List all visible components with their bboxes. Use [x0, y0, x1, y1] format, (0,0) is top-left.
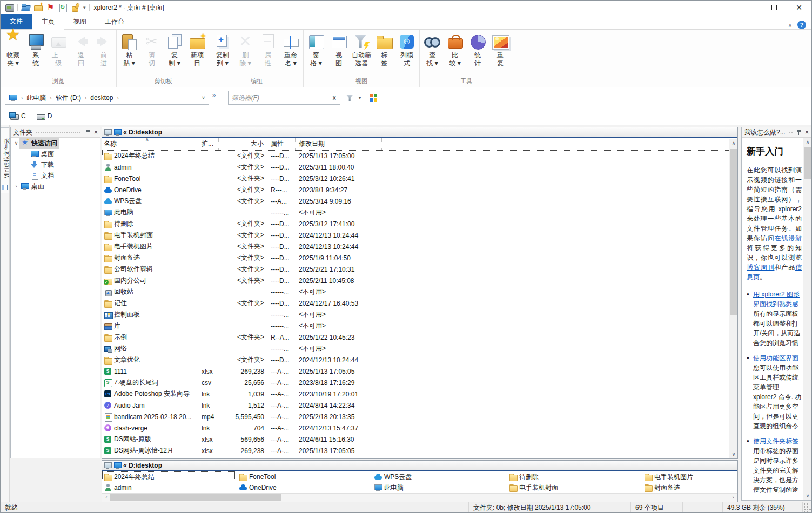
compare-button[interactable]: 比较 ▾ — [444, 30, 466, 76]
statistics-button[interactable]: 统计 — [466, 30, 489, 76]
auto-filter-button[interactable]: 自动筛选器 — [350, 30, 373, 76]
thumbs-up-icon[interactable] — [71, 3, 80, 12]
close-icon[interactable]: × — [94, 129, 98, 136]
tree-item-download[interactable]: 下载 — [11, 159, 100, 170]
table-row[interactable]: DS网站-周冰怡-12月xlsx269,238---A-...2025/1/13… — [102, 445, 737, 456]
drive-tab-c[interactable]: C — [7, 111, 28, 122]
filter-clear-icon[interactable]: x — [329, 94, 340, 102]
up-level-button[interactable]: 上一级 — [47, 30, 70, 76]
breadcrumb-item[interactable]: 此电脑 — [26, 93, 46, 103]
table-row[interactable]: 电手装机图片<文件夹>----D...2024/12/13 10:24:44 — [102, 241, 737, 252]
scrollbar-thumb[interactable] — [110, 494, 281, 501]
open-folder-icon[interactable] — [21, 3, 30, 12]
table-row[interactable]: 1111xlsx269,238---A-...2025/1/13 17:05:0… — [102, 366, 737, 377]
help-link[interactable]: 博客周刊 — [747, 264, 774, 271]
filter-box[interactable]: x — [228, 91, 340, 105]
drive-tab-d[interactable]: D — [33, 111, 55, 122]
flag-icon[interactable]: ⚑ — [46, 3, 55, 12]
delete-button[interactable]: 删除 ▾ — [234, 30, 257, 76]
table-row[interactable]: 2024年终总结<文件夹>----D...2025/1/13 17:05:00 — [102, 150, 737, 161]
scroll-up-icon[interactable]: ∧ — [803, 138, 812, 146]
breadcrumb-overflow-icon[interactable]: » — [212, 91, 216, 99]
column-header-ext[interactable]: 扩... — [198, 138, 219, 150]
list-item[interactable]: admin — [102, 482, 237, 493]
table-row[interactable]: clash-vergelnk704---A-...2024/12/13 15:4… — [102, 422, 737, 434]
breadcrumb[interactable]: ›此电脑›软件 (D:)›desktop› ∨ — [5, 91, 209, 105]
resize-grip[interactable] — [803, 502, 811, 513]
table-row[interactable]: 封面备选<文件夹>----D...2025/1/9 11:04:50 — [102, 252, 737, 264]
ribbon-tab-3[interactable]: 视图 — [64, 15, 96, 29]
main-pane-tab[interactable]: « D:\desktop — [123, 129, 162, 136]
qat-dropdown-icon[interactable]: ▾ — [83, 5, 86, 10]
table-row[interactable]: 控制面板------...<不可用> — [102, 309, 737, 320]
list-item[interactable]: 此电脑 — [372, 482, 507, 493]
list-item[interactable]: WPS云盘 — [372, 471, 507, 482]
table-row[interactable]: FoneTool<文件夹>----D...2025/3/12 10:26:41 — [102, 173, 737, 184]
rename-button[interactable]: 重命名 ▾ — [279, 30, 302, 76]
breadcrumb-item[interactable]: desktop — [90, 94, 113, 102]
filter-input[interactable] — [229, 94, 329, 102]
table-row[interactable]: 公司软件剪辑<文件夹>----D...2025/2/21 17:10:31 — [102, 264, 737, 275]
help-link[interactable]: 使用文件夹标签 — [753, 436, 802, 446]
scroll-up-icon[interactable]: ∧ — [729, 139, 738, 147]
close-button[interactable]: ✕ — [787, 1, 811, 15]
breadcrumb-item[interactable]: 软件 (D:) — [56, 93, 81, 103]
cut-button[interactable]: 剪切 — [140, 30, 163, 76]
table-row[interactable]: OneDrive<文件夹>R---...2023/8/1 9:34:27 — [102, 184, 737, 195]
back-button[interactable]: 返回 — [70, 30, 92, 76]
ribbon-tab-4[interactable]: 工作台 — [96, 15, 133, 29]
table-row[interactable]: WPS云盘<文件夹>---A...2025/3/14 9:09:16 — [102, 195, 737, 207]
table-row[interactable]: 国内分公司<文件夹>----D...2025/2/11 10:45:08 — [102, 275, 737, 286]
scroll-down-icon[interactable]: ∨ — [803, 491, 812, 500]
find-button[interactable]: 查找 ▾ — [421, 30, 444, 76]
panes-button[interactable]: 窗格 ▾ — [305, 30, 327, 76]
table-row[interactable]: 待删除<文件夹>----D...2025/3/12 17:41:00 — [102, 218, 737, 230]
paste-button[interactable]: 粘贴 ▾ — [118, 30, 140, 76]
refresh-icon[interactable] — [58, 3, 68, 12]
table-row[interactable]: 示例<文件夹>R--A...2025/1/22 10:45:23 — [102, 332, 737, 343]
table-row[interactable]: Audio Jamlnk1,512---A-...2024/8/14 14:22… — [102, 400, 737, 411]
table-row[interactable]: bandicam 2025-02-18 20...mp45,595,450---… — [102, 411, 737, 422]
help-link[interactable]: 在线漫游 — [774, 234, 802, 242]
breadcrumb-dropdown-icon[interactable]: ∨ — [198, 91, 209, 104]
tree-item-document[interactable]: 文档 — [11, 170, 100, 181]
list-item[interactable]: 待删除 — [507, 471, 642, 482]
table-row[interactable]: 记住<文件夹>----D...2024/12/17 16:40:53 — [102, 298, 737, 309]
table-row[interactable]: 回收站------...<不可用> — [102, 286, 737, 298]
duplicates-button[interactable]: 重复 — [489, 30, 512, 76]
minimize-button[interactable] — [737, 1, 762, 15]
drag-grip[interactable] — [36, 131, 82, 134]
scrollbar-thumb[interactable] — [804, 147, 811, 179]
vertical-scrollbar[interactable]: ∧ ∨ — [729, 139, 737, 458]
color-grid-icon[interactable] — [370, 94, 377, 102]
column-header-attr[interactable]: 属性 — [267, 138, 296, 150]
close-icon[interactable]: × — [805, 129, 809, 136]
help-link[interactable]: 用 xplorer2 图形界面找到熟悉感 — [753, 289, 802, 309]
ribbon-tab-2[interactable]: 主页 — [32, 15, 64, 30]
funnel-dropdown-icon[interactable]: ▾ — [359, 95, 361, 100]
tags-button[interactable]: 标签 — [373, 30, 395, 76]
table-row[interactable]: 网络------...<不可用> — [102, 343, 737, 354]
pin-icon[interactable] — [85, 129, 91, 136]
tree-caret-icon[interactable]: ∨ — [13, 140, 19, 146]
help-icon[interactable]: ? — [797, 21, 806, 29]
drag-grip[interactable] — [789, 131, 793, 134]
collapse-ribbon-icon[interactable]: ∧ — [788, 22, 792, 28]
tree-item-desktop[interactable]: 桌面 — [11, 148, 100, 159]
list-item[interactable]: 2024年终总结 — [102, 471, 235, 482]
list-item[interactable]: 电手装机封面 — [507, 482, 642, 493]
list-item[interactable]: FoneTool — [237, 471, 372, 482]
table-row[interactable]: DS网站-原版xlsx569,656---A-...2024/6/11 15:1… — [102, 434, 737, 445]
favorites-button[interactable]: 收藏夹 ▾ — [2, 30, 24, 76]
vertical-scrollbar[interactable]: ∧ ∨ — [803, 138, 811, 500]
table-row[interactable]: 文章优化<文件夹>----D...2024/12/13 10:24:44 — [102, 354, 737, 366]
table-row[interactable]: 7.硬盘的长尾词csv25,656---A-...2023/8/18 17:16… — [102, 377, 737, 388]
table-row[interactable]: 电手装机封面<文件夹>----D...2024/12/13 10:24:44 — [102, 230, 737, 241]
funnel-icon[interactable] — [346, 93, 354, 102]
scroll-right-icon[interactable]: › — [729, 494, 737, 502]
table-row[interactable]: admin<文件夹>----D...2025/3/11 18:00:40 — [102, 161, 737, 173]
new-item-button[interactable]: 新项目 — [186, 30, 209, 76]
column-header-date[interactable]: 修改日期 — [296, 138, 382, 150]
table-row[interactable]: 此电脑------...<不可用> — [102, 207, 737, 218]
properties-button[interactable]: 属性 — [257, 30, 279, 76]
